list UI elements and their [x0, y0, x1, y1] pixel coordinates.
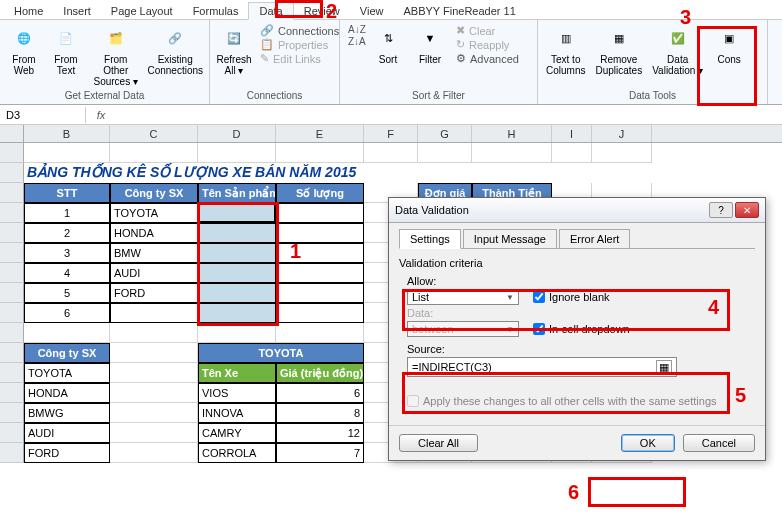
col-f[interactable]: F: [364, 125, 418, 142]
td-ten[interactable]: [198, 203, 276, 223]
dlg-tab-settings[interactable]: Settings: [399, 229, 461, 249]
col-d[interactable]: D: [198, 125, 276, 142]
td-cty[interactable]: HONDA: [110, 223, 198, 243]
refresh-all-button[interactable]: 🔄RefreshAll ▾: [214, 22, 254, 78]
tab-data[interactable]: Data: [248, 2, 293, 20]
col-c[interactable]: C: [110, 125, 198, 142]
th-gia: Giá (triệu đồng): [276, 363, 364, 383]
td-stt[interactable]: 2: [24, 223, 110, 243]
from-text-button[interactable]: 📄FromText: [46, 22, 86, 78]
td-sl[interactable]: [276, 283, 364, 303]
validation-icon: ✅: [664, 24, 692, 52]
existing-connections-button[interactable]: 🔗ExistingConnections: [145, 22, 205, 78]
td-sl[interactable]: [276, 263, 364, 283]
close-button[interactable]: ✕: [735, 202, 759, 218]
td-ten[interactable]: [198, 263, 276, 283]
model-name[interactable]: CAMRY: [198, 423, 276, 443]
incell-dropdown-checkbox[interactable]: In-cell dropdown: [533, 323, 630, 335]
td-cty[interactable]: BMW: [110, 243, 198, 263]
col-j[interactable]: J: [592, 125, 652, 142]
lookup-company[interactable]: TOYOTA: [24, 363, 110, 383]
td-cty[interactable]: AUDI: [110, 263, 198, 283]
clear-filter-button[interactable]: ✖Clear: [456, 24, 519, 37]
filter-button[interactable]: ▼Filter: [410, 22, 450, 67]
td-ten[interactable]: [198, 243, 276, 263]
model-price[interactable]: 8: [276, 403, 364, 423]
range-picker-icon[interactable]: ▦: [656, 360, 672, 374]
tab-page-layout[interactable]: Page Layout: [101, 3, 183, 19]
col-b[interactable]: B: [24, 125, 110, 142]
td-cty[interactable]: TOYOTA: [110, 203, 198, 223]
from-web-button[interactable]: 🌐FromWeb: [4, 22, 44, 78]
clear-all-button[interactable]: Clear All: [399, 434, 478, 452]
tab-view[interactable]: View: [350, 3, 394, 19]
edit-links-button[interactable]: ✎Edit Links: [260, 52, 339, 65]
properties-button[interactable]: 📋Properties: [260, 38, 339, 51]
th-cty: Công ty SX: [110, 183, 198, 203]
dlg-tab-error-alert[interactable]: Error Alert: [559, 229, 631, 249]
source-input[interactable]: =INDIRECT(C3)▦: [407, 357, 677, 377]
remove-duplicates-button[interactable]: ▦RemoveDuplicates: [591, 22, 646, 78]
td-stt[interactable]: 4: [24, 263, 110, 283]
cancel-button[interactable]: Cancel: [683, 434, 755, 452]
annotation-box-6: [588, 477, 686, 507]
reapply-button[interactable]: ↻Reapply: [456, 38, 519, 51]
model-name[interactable]: CORROLA: [198, 443, 276, 463]
columns-icon: ▥: [552, 24, 580, 52]
reapply-icon: ↻: [456, 38, 465, 51]
fx-icon[interactable]: fx: [86, 109, 116, 121]
from-other-sources-button[interactable]: 🗂️From OtherSources ▾: [88, 22, 143, 89]
ignore-blank-checkbox[interactable]: Ignore blank: [533, 291, 610, 303]
dialog-titlebar[interactable]: Data Validation ? ✕: [389, 198, 765, 223]
model-name[interactable]: VIOS: [198, 383, 276, 403]
lookup-brand[interactable]: TOYOTA: [198, 343, 364, 363]
consolidate-button[interactable]: ▣Cons: [709, 22, 749, 67]
lookup-company[interactable]: HONDA: [24, 383, 110, 403]
model-price[interactable]: 6: [276, 383, 364, 403]
tab-abbyy[interactable]: ABBYY FineReader 11: [393, 3, 525, 19]
tab-review[interactable]: Review: [294, 3, 350, 19]
col-g[interactable]: G: [418, 125, 472, 142]
help-button[interactable]: ?: [709, 202, 733, 218]
allow-select[interactable]: List▼: [407, 289, 519, 305]
formula-input[interactable]: [116, 113, 782, 117]
td-sl[interactable]: [276, 223, 364, 243]
td-ten[interactable]: [198, 303, 276, 323]
sort-button[interactable]: ⇅Sort: [368, 22, 408, 67]
td-ten[interactable]: [198, 223, 276, 243]
td-ten[interactable]: [198, 283, 276, 303]
tab-home[interactable]: Home: [4, 3, 53, 19]
connections-button[interactable]: 🔗Connections: [260, 24, 339, 37]
model-name[interactable]: INNOVA: [198, 403, 276, 423]
dlg-tab-input-message[interactable]: Input Message: [463, 229, 557, 249]
advanced-filter-button[interactable]: ⚙Advanced: [456, 52, 519, 65]
properties-icon: 📋: [260, 38, 274, 51]
td-stt[interactable]: 6: [24, 303, 110, 323]
td-cty[interactable]: [110, 303, 198, 323]
text-to-columns-button[interactable]: ▥Text toColumns: [542, 22, 589, 78]
dialog-title: Data Validation: [395, 204, 469, 216]
lookup-company[interactable]: BMWG: [24, 403, 110, 423]
ok-button[interactable]: OK: [621, 434, 675, 452]
td-sl[interactable]: [276, 243, 364, 263]
td-stt[interactable]: 3: [24, 243, 110, 263]
dropdown-icon[interactable]: ▼: [363, 205, 364, 219]
name-box[interactable]: D3: [0, 107, 86, 123]
td-cty[interactable]: FORD: [110, 283, 198, 303]
col-e[interactable]: E: [276, 125, 364, 142]
tab-insert[interactable]: Insert: [53, 3, 101, 19]
model-price[interactable]: 7: [276, 443, 364, 463]
lookup-company[interactable]: AUDI: [24, 423, 110, 443]
lookup-company[interactable]: FORD: [24, 443, 110, 463]
col-i[interactable]: I: [552, 125, 592, 142]
data-validation-button[interactable]: ✅DataValidation ▾: [648, 22, 707, 78]
sort-az-button[interactable]: A↓Z: [348, 24, 362, 35]
col-h[interactable]: H: [472, 125, 552, 142]
td-stt[interactable]: 1: [24, 203, 110, 223]
tab-formulas[interactable]: Formulas: [183, 3, 249, 19]
model-price[interactable]: 12: [276, 423, 364, 443]
td-stt[interactable]: 5: [24, 283, 110, 303]
td-sl[interactable]: [276, 303, 364, 323]
sort-za-button[interactable]: Z↓A: [348, 36, 362, 47]
td-sl[interactable]: ▼: [276, 203, 364, 223]
